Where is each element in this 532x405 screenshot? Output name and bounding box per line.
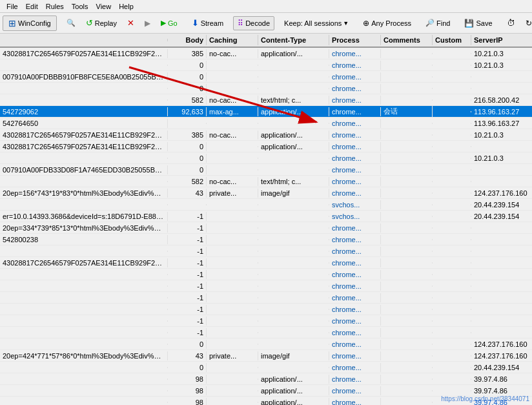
table-row[interactable]: -1 chrome... [0, 315, 532, 327]
cell-custom [433, 227, 471, 229]
cell-url [0, 158, 168, 159]
table-row[interactable]: 0 chrome... 124.237.176.160 [0, 338, 532, 350]
cell-comments [381, 274, 433, 275]
table-row[interactable]: 20ep=424*771*57*86*0*html%3Ebody%3Ediv%5… [0, 350, 532, 362]
cell-custom [433, 239, 471, 240]
table-row[interactable]: er=10.0.14393.3686&deviceId=s:18D6791D-E… [0, 211, 532, 222]
go-label: Go [168, 19, 178, 27]
cell-custom [433, 274, 471, 275]
cell-url: 20ep=334*739*85*13*0*html%3Ebody%3Ediv%5… [0, 223, 168, 233]
table-row[interactable]: 542729062 92,633 max-ag... application/.… [0, 106, 532, 118]
col-caching[interactable]: Caching [207, 35, 258, 45]
menu-help[interactable]: Help [115, 1, 138, 12]
stream-button[interactable]: ⬇ Stream [187, 16, 228, 30]
table-row[interactable]: 0 chrome... 10.21.0.3 [0, 152, 532, 164]
cell-body: -1 [168, 305, 207, 314]
menu-view[interactable]: View [92, 1, 116, 12]
table-row[interactable]: -1 chrome... [0, 280, 532, 292]
any-process-button[interactable]: ⊕ Any Process [358, 16, 416, 30]
search-button[interactable]: 🔍 [62, 16, 80, 30]
cell-process: chrome... [329, 386, 381, 395]
cell-body: 582 [168, 96, 207, 105]
table-row[interactable]: 582 no-cac... text/html; c... chrome... [0, 176, 532, 187]
arrow-button[interactable]: ▶ [140, 16, 155, 30]
menu-tools[interactable]: Tools [68, 1, 92, 12]
menu-edit[interactable]: Edit [22, 1, 42, 12]
table-row[interactable]: 20ep=156*743*19*83*0*html%3Ebody%3Ediv%5… [0, 187, 532, 199]
cell-body: 92,633 [168, 107, 207, 116]
cell-process: chrome... [329, 223, 381, 233]
table-row[interactable]: 43028817C26546579F0257AE314E11CB929F2BCD… [0, 48, 532, 59]
save-button[interactable]: 💾 Save [460, 16, 496, 30]
cell-body: -1 [168, 258, 207, 267]
table-row[interactable]: 0 chrome... [0, 83, 532, 94]
decode-button[interactable]: ⠿ Decode [233, 16, 274, 30]
cell-url: 542800238 [0, 235, 168, 244]
col-content-type[interactable]: Content-Type [258, 35, 329, 45]
table-row[interactable]: 43028817C26546579F0257AE314E11CB929F2BCD… [0, 257, 532, 269]
replay-button[interactable]: ↺ Replay [81, 16, 121, 30]
refresh-button[interactable]: ↻ [521, 16, 532, 30]
stream-label: Stream [201, 19, 223, 27]
find-icon: 🔎 [425, 19, 435, 27]
cell-body: -1 [168, 235, 207, 244]
cell-server-ip [471, 88, 532, 89]
table-row[interactable]: 007910A00FDBBB910FB8FCE5E8A00B25055B4BDE… [0, 71, 532, 83]
cell-comments [381, 286, 433, 287]
table-row[interactable]: svchos... 20.44.239.154 [0, 199, 532, 211]
cell-server-ip [471, 274, 532, 275]
cell-body [168, 123, 207, 124]
col-body[interactable]: Body [168, 35, 207, 45]
go-button[interactable]: ▶ Go [156, 16, 182, 30]
menu-file[interactable]: File [3, 1, 22, 12]
table-row[interactable]: 43028817C26546579F0257AE314E11CB929F2BCD… [0, 141, 532, 152]
cell-custom [433, 192, 471, 194]
cell-url [0, 367, 168, 368]
cell-comments [381, 53, 433, 54]
table-container[interactable]: 43028817C26546579F0257AE314E11CB929F2BCD… [0, 48, 532, 405]
table-row[interactable]: -1 chrome... [0, 245, 532, 257]
table-row[interactable]: -1 chrome... [0, 304, 532, 315]
table-row[interactable]: -1 chrome... [0, 327, 532, 338]
cell-custom [433, 309, 471, 310]
menu-rules[interactable]: Rules [42, 1, 68, 12]
table-row[interactable]: 43028817C26546579F0257AE314E11CB929F2BCD… [0, 129, 532, 141]
cell-custom [433, 146, 471, 147]
col-custom[interactable]: Custom [433, 35, 471, 45]
table-row[interactable]: -1 chrome... [0, 269, 532, 280]
col-server-ip[interactable]: ServerIP [471, 35, 532, 45]
winconfig-button[interactable]: ⊞ WinConfig [3, 16, 57, 31]
close-button[interactable]: ✕ [123, 16, 139, 30]
cell-content-type: application/... [258, 107, 329, 116]
table-row[interactable]: 0 chrome... 20.44.239.154 [0, 362, 532, 373]
col-process[interactable]: Process [329, 35, 381, 45]
table-row[interactable]: 98 application/... chrome... 39.97.4.86 [0, 373, 532, 385]
cell-custom [433, 379, 471, 380]
col-url[interactable] [0, 39, 168, 41]
cell-process: chrome... [329, 328, 381, 337]
cell-server-ip [471, 320, 532, 322]
col-comments[interactable]: Comments [381, 35, 433, 45]
table-row[interactable]: 0 chrome... 10.21.0.3 [0, 59, 532, 71]
clock-button[interactable]: ⏱ [502, 16, 520, 30]
process-icon: ⊕ [363, 19, 369, 28]
find-button[interactable]: 🔎 Find [421, 16, 455, 30]
cell-comments: 会话 [381, 106, 433, 117]
table-row[interactable]: 542800238 -1 chrome... [0, 234, 532, 245]
cell-caching [207, 297, 258, 298]
keep-sessions-button[interactable]: Keep: All sessions ▼ [280, 17, 353, 30]
table-row[interactable]: 20ep=334*739*85*13*0*html%3Ebody%3Ediv%5… [0, 222, 532, 234]
cell-content-type [258, 76, 329, 78]
cell-comments [381, 76, 433, 78]
table-row[interactable]: 542764650 chrome... 113.96.163.27 [0, 118, 532, 129]
cell-comments [381, 99, 433, 101]
cell-content-type [258, 297, 329, 298]
cell-body: 98 [168, 386, 207, 395]
table-row[interactable]: 582 no-cac... text/html; c... chrome... … [0, 94, 532, 106]
cell-caching [207, 320, 258, 322]
cell-content-type [258, 204, 329, 205]
table-row[interactable]: -1 chrome... [0, 292, 532, 304]
cell-url [0, 320, 168, 322]
refresh-icon: ↻ [526, 19, 532, 28]
table-row[interactable]: 007910A00FDB33D08F1A7465EDD30B25055B4BDE… [0, 164, 532, 176]
